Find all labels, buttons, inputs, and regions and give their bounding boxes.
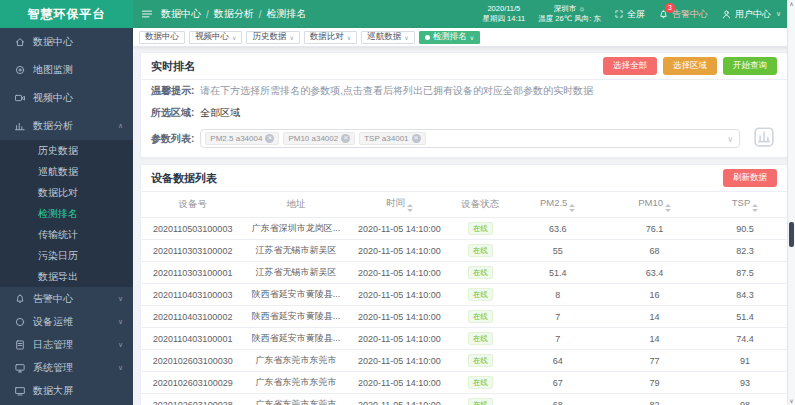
status-badge: 在线: [468, 354, 493, 367]
cell-tsp: 93: [703, 372, 787, 394]
cell-device-id: 2020110503100003: [141, 218, 244, 240]
tip-text: 请在下方选择所需排名的参数项,点击查看后将列出已拥有设备的对应全部参数的实时数据: [200, 84, 593, 98]
sidebar-subitem-pollution-calendar[interactable]: 污染日历: [0, 245, 133, 266]
sidebar-item-device-ops[interactable]: 设备运维∨: [0, 310, 133, 333]
cell-status: 在线: [451, 284, 509, 306]
sidebar-item-data-analysis[interactable]: 数据分析∧: [0, 112, 133, 140]
tabs-bar: 数据中心视频中心∨历史数据∨数据比对∨巡航数据∨检测排名∨: [133, 28, 795, 47]
tab-video-center[interactable]: 视频中心∨: [189, 31, 242, 44]
pm10-param-tag[interactable]: PM10 a34002×: [283, 132, 355, 145]
sidebar-menu: 数据中心地图监测视频中心数据分析∧历史数据巡航数据数据比对检测排名传输统计污染日…: [0, 28, 133, 402]
cell-status: 在线: [451, 262, 509, 284]
cell-status: 在线: [451, 372, 509, 394]
user-center-button[interactable]: 用户中心 ∨: [721, 8, 781, 21]
chevron-down-icon: ∨: [289, 34, 293, 41]
remove-tag-icon[interactable]: ×: [341, 134, 350, 143]
tab-data-center[interactable]: 数据中心: [139, 31, 185, 44]
tsp-param-tag[interactable]: TSP a34001×: [359, 132, 425, 145]
cell-address: 广东省东莞市东莞市: [244, 372, 347, 394]
cell-time: 2020-11-05 14:10:00: [348, 350, 451, 372]
scroll-up-icon[interactable]: ∧: [789, 0, 793, 8]
sort-icon[interactable]: [407, 204, 413, 212]
cell-address: 江苏省无锡市新吴区: [244, 240, 347, 262]
active-dot: [425, 35, 430, 40]
cell-device-id: 2020102603100030: [141, 350, 244, 372]
cell-time: 2020-11-05 14:10:00: [348, 218, 451, 240]
cell-pm25: 67: [509, 372, 606, 394]
column-header-device-id: 设备号: [141, 192, 244, 218]
scrollbar-thumb[interactable]: [789, 222, 794, 247]
remove-tag-icon[interactable]: ×: [265, 134, 274, 143]
cell-time: 2020-11-05 14:10:00: [348, 284, 451, 306]
table-row: 2020102603100028广东省东莞市东莞市2020-11-05 14:1…: [141, 394, 787, 405]
select-all-button[interactable]: 选择全部: [603, 57, 657, 75]
sidebar-item-alarm-center[interactable]: 告警中心∨: [0, 287, 133, 310]
content-area: 实时排名 选择全部 选择区域 开始查询 温馨提示: 请在下方选择所需排名的参数项…: [133, 47, 795, 405]
table-row: 2020102603100030广东省东莞市东莞市2020-11-05 14:1…: [141, 350, 787, 372]
bar-chart-icon: [753, 126, 775, 151]
select-region-button[interactable]: 选择区域: [663, 57, 717, 75]
sidebar-subitem-history-data[interactable]: 历史数据: [0, 140, 133, 161]
sidebar-subitem-detection-ranking[interactable]: 检测排名: [0, 203, 133, 224]
cell-address: 陕西省延安市黄陵县...: [244, 284, 347, 306]
sidebar-subitem-data-export[interactable]: 数据导出: [0, 266, 133, 287]
sidebar-item-data-center[interactable]: 数据中心: [0, 28, 133, 56]
start-query-button[interactable]: 开始查询: [723, 57, 777, 75]
sidebar: 智慧环保平台 数据中心地图监测视频中心数据分析∧历史数据巡航数据数据比对检测排名…: [0, 0, 133, 405]
cell-status: 在线: [451, 328, 509, 350]
scroll-down-icon[interactable]: ∨: [789, 397, 793, 405]
tab-history-data[interactable]: 历史数据∨: [246, 31, 299, 44]
sidebar-item-data-screen[interactable]: 数据大屏: [0, 379, 133, 402]
cell-device-id: 2020110303100002: [141, 240, 244, 262]
user-icon: [721, 9, 732, 20]
breadcrumb-item-data-analysis[interactable]: 数据分析: [214, 7, 254, 21]
alarm-center-button[interactable]: 3 告警中心: [658, 8, 708, 21]
chevron-down-icon: ∨: [347, 34, 351, 41]
hamburger-icon[interactable]: [141, 8, 153, 20]
chevron-down-icon: ∨: [727, 134, 733, 143]
tab-detection-ranking[interactable]: 检测排名∨: [419, 31, 480, 44]
vertical-scrollbar[interactable]: ∧ ∨: [787, 0, 795, 405]
sort-icon[interactable]: [569, 204, 575, 212]
table-row: 2020110403100003陕西省延安市黄陵县...2020-11-05 1…: [141, 284, 787, 306]
status-badge: 在线: [468, 288, 493, 301]
sidebar-item-log-management[interactable]: 日志管理∨: [0, 333, 133, 356]
breadcrumb-item-data-center[interactable]: 数据中心: [161, 7, 201, 21]
tab-data-compare[interactable]: 数据比对∨: [304, 31, 357, 44]
status-badge: 在线: [468, 398, 493, 405]
sort-icon[interactable]: [752, 204, 758, 212]
sidebar-subitem-cruise-data[interactable]: 巡航数据: [0, 161, 133, 182]
sidebar-item-system-management[interactable]: 系统管理∨: [0, 356, 133, 379]
status-badge: 在线: [468, 310, 493, 323]
chevron-down-icon: ∨: [118, 341, 123, 349]
cell-time: 2020-11-05 14:10:00: [348, 372, 451, 394]
cell-pm10: 76.1: [606, 218, 703, 240]
column-header-tsp[interactable]: TSP: [703, 192, 787, 218]
cell-tsp: 74.4: [703, 328, 787, 350]
chevron-down-icon: ∨: [118, 364, 123, 372]
sidebar-item-map-monitor[interactable]: 地图监测: [0, 56, 133, 84]
parameter-select[interactable]: PM2.5 a34004×PM10 a34002×TSP a34001×∨: [200, 129, 740, 148]
pm25-param-tag[interactable]: PM2.5 a34004×: [205, 132, 279, 145]
sidebar-subitem-transmission-stats[interactable]: 传输统计: [0, 224, 133, 245]
cell-tsp: 82.3: [703, 240, 787, 262]
device-data-panel: 设备数据列表 刷新数据 设备号地址时间设备状态PM2.5PM10TSP 2020…: [140, 164, 788, 405]
cell-pm10: 77: [606, 350, 703, 372]
sidebar-subitem-data-compare[interactable]: 数据比对: [0, 182, 133, 203]
fullscreen-icon: [614, 9, 624, 19]
column-header-pm25[interactable]: PM2.5: [509, 192, 606, 218]
refresh-data-button[interactable]: 刷新数据: [723, 169, 777, 187]
column-header-time[interactable]: 时间: [348, 192, 451, 218]
tab-cruise-data[interactable]: 巡航数据∨: [361, 31, 414, 44]
column-header-pm10[interactable]: PM10: [606, 192, 703, 218]
sidebar-item-video-center[interactable]: 视频中心: [0, 84, 133, 112]
column-header-address: 地址: [244, 192, 347, 218]
monitor-icon: [14, 362, 26, 374]
remove-tag-icon[interactable]: ×: [412, 134, 421, 143]
bar-chart-button[interactable]: [750, 127, 777, 150]
fullscreen-button[interactable]: 全屏: [614, 8, 645, 21]
cell-status: 在线: [451, 394, 509, 405]
cell-tsp: 91: [703, 350, 787, 372]
sort-icon[interactable]: [665, 204, 671, 212]
table-row: 2020110503100003广东省深圳市龙岗区...2020-11-05 1…: [141, 218, 787, 240]
